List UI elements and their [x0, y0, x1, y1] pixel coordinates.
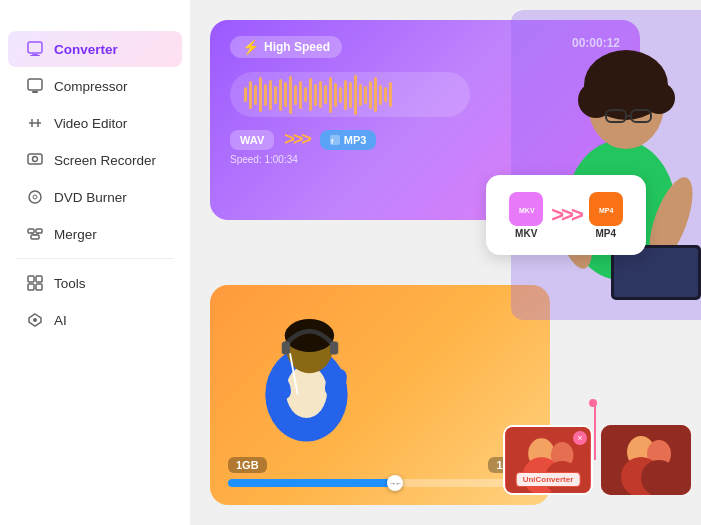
tools-icon: [26, 274, 44, 292]
compression-card: 1GB 100M →←: [210, 285, 550, 505]
mp4-format-box: MP4 MP4: [589, 192, 623, 239]
sidebar-item-ai[interactable]: AI: [8, 302, 182, 338]
wave-bar: [269, 80, 272, 110]
ai-icon: [26, 311, 44, 329]
sidebar-item-converter[interactable]: Converter: [8, 31, 182, 67]
conversion-arrow-icon: >>>: [284, 129, 310, 150]
svg-rect-18: [36, 276, 42, 282]
svg-rect-20: [36, 284, 42, 290]
sidebar-label-ai: AI: [54, 313, 67, 328]
uniconverter-badge: UniConverter: [516, 472, 581, 487]
progress-track: →←: [228, 479, 532, 487]
svg-rect-3: [28, 79, 42, 90]
from-format-badge: WAV: [230, 130, 274, 150]
svg-point-21: [33, 318, 37, 322]
svg-rect-2: [30, 55, 40, 56]
wave-bar: [304, 87, 307, 102]
wave-bar: [334, 83, 337, 107]
screen-recorder-icon: [26, 151, 44, 169]
wave-bar: [389, 82, 392, 107]
svg-rect-17: [28, 276, 34, 282]
svg-rect-8: [28, 154, 42, 164]
main-content: ⚡ High Speed 00:00:12: [190, 0, 701, 525]
wave-bar: [259, 77, 262, 112]
sidebar: Converter Compressor Video Editor S: [0, 0, 190, 525]
svg-rect-0: [28, 42, 42, 53]
sidebar-label-video-editor: Video Editor: [54, 116, 127, 131]
sidebar-item-video-editor[interactable]: Video Editor: [8, 105, 182, 141]
wave-bar: [314, 84, 317, 106]
svg-point-30: [587, 68, 615, 96]
sidebar-label-merger: Merger: [54, 227, 97, 242]
svg-point-31: [637, 66, 665, 94]
dvd-burner-icon: [26, 188, 44, 206]
sidebar-item-screen-recorder[interactable]: Screen Recorder: [8, 142, 182, 178]
lightning-icon: ⚡: [242, 39, 259, 55]
compressor-icon: [26, 77, 44, 95]
progress-fill: [228, 479, 395, 487]
wave-bar: [329, 77, 332, 113]
svg-point-61: [641, 460, 677, 495]
mkv-format-icon: MKV: [509, 192, 543, 226]
sidebar-item-merger[interactable]: Merger: [8, 216, 182, 252]
wave-bar: [294, 85, 297, 105]
svg-text:MKV: MKV: [519, 207, 535, 214]
sidebar-divider: [16, 258, 174, 259]
thumbnail-left: UniConverter ×: [503, 425, 593, 495]
wave-bar: [339, 87, 342, 103]
sidebar-label-compressor: Compressor: [54, 79, 128, 94]
thumb-close-button[interactable]: ×: [573, 431, 587, 445]
svg-rect-48: [330, 341, 338, 354]
woman-svg: [511, 10, 701, 320]
thumbnail-right: [601, 425, 691, 495]
sidebar-item-tools[interactable]: Tools: [8, 265, 182, 301]
wave-bar: [364, 86, 367, 104]
svg-point-9: [33, 157, 38, 162]
wave-bar: [284, 82, 287, 107]
mp4-format-icon: MP4: [589, 192, 623, 226]
svg-rect-4: [32, 91, 38, 93]
high-speed-badge: ⚡ High Speed: [230, 36, 342, 58]
mkv-mp4-conversion-card: MKV MKV >>> MP4 MP4: [486, 175, 646, 255]
wave-bar: [249, 81, 252, 109]
sidebar-label-tools: Tools: [54, 276, 86, 291]
svg-rect-13: [36, 229, 42, 233]
svg-rect-38: [614, 248, 698, 297]
wave-bar: [379, 85, 382, 105]
svg-rect-12: [28, 229, 34, 233]
wave-bar: [244, 87, 247, 102]
wave-bar: [374, 77, 377, 112]
mkv-label: MKV: [515, 228, 537, 239]
sidebar-label-dvd-burner: DVD Burner: [54, 190, 127, 205]
svg-rect-19: [28, 284, 34, 290]
wave-bar: [279, 79, 282, 111]
compress-icon: →←: [389, 480, 401, 487]
wave-bar: [299, 81, 302, 109]
sidebar-label-screen-recorder: Screen Recorder: [54, 153, 156, 168]
woman-laptop-illustration: [511, 10, 701, 320]
thumb-right-svg: [601, 425, 691, 495]
thumbnail-group: UniConverter ×: [503, 425, 691, 495]
sidebar-item-dvd-burner[interactable]: DVD Burner: [8, 179, 182, 215]
wave-bar: [324, 85, 327, 104]
format-file-icon: f: [330, 135, 340, 145]
man-headphones-svg: [230, 285, 430, 465]
wave-bar: [254, 85, 257, 105]
video-editor-icon: [26, 114, 44, 132]
sidebar-item-compressor[interactable]: Compressor: [8, 68, 182, 104]
wave-bar: [319, 81, 322, 108]
wave-bar: [289, 76, 292, 114]
merger-icon: [26, 225, 44, 243]
wave-bar: [349, 82, 352, 108]
svg-text:MP4: MP4: [599, 207, 614, 214]
to-format-badge: f MP3: [320, 130, 377, 150]
wave-bar: [274, 86, 277, 104]
wave-bar: [264, 84, 267, 106]
waveform-display: [230, 72, 470, 117]
progress-labels: 1GB 100M: [228, 457, 532, 473]
mp4-label: MP4: [595, 228, 616, 239]
wave-bar: [369, 81, 372, 109]
converter-icon: [26, 40, 44, 58]
sidebar-label-converter: Converter: [54, 42, 118, 57]
svg-point-11: [33, 195, 37, 199]
